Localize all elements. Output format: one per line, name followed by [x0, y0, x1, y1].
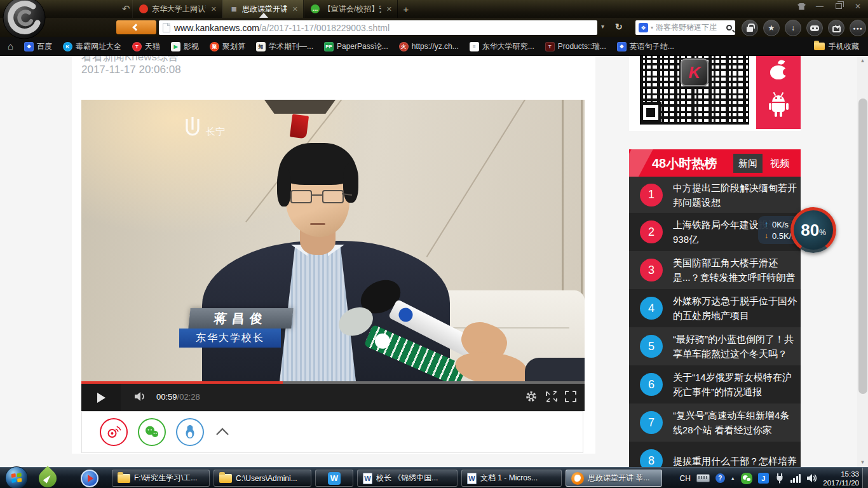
browser-logo-icon[interactable] [1, 0, 47, 39]
bookmark-item[interactable]: 知 学术期刊—... [256, 41, 313, 52]
bookmark-item[interactable]: T Products::瑞... [545, 41, 606, 52]
url-path[interactable]: /a/2017-11-17/0018229003.shtml [259, 23, 390, 33]
search-engine-dropdown-icon[interactable]: ▾ [651, 25, 653, 30]
bookmark-item[interactable]: PP PaperPass论... [324, 41, 388, 52]
hotlist-item[interactable]: 4 外媒称万达急于脱手位于国外的五处房地产项目 [629, 289, 801, 327]
help-icon[interactable]: ? [715, 473, 725, 483]
network-signal-icon[interactable] [790, 474, 801, 483]
taskbar-window-button[interactable]: W 校长 《锦绣中国... [357, 470, 458, 487]
new-tab-button[interactable]: + [398, 0, 414, 18]
home-icon[interactable]: ⌂ [8, 41, 13, 51]
play-button[interactable] [81, 384, 121, 411]
bookmark-item[interactable]: ❖ 百度 [24, 41, 52, 52]
tab-close-icon[interactable]: ✕ [211, 5, 217, 13]
games-button[interactable] [806, 20, 823, 36]
browser-skin-icon[interactable] [797, 3, 806, 10]
more-tools-button[interactable]: ●●● [850, 20, 866, 36]
hotlist-item-text[interactable]: 提拔重用什么干部？怎样培养 [673, 454, 797, 468]
taskbar-window-button[interactable]: W [315, 470, 353, 487]
hotlist-title: 48小时热榜 [652, 155, 717, 172]
download-progress-ball[interactable]: 80 % [790, 207, 836, 253]
hotlist-item-text[interactable]: 关于“14岁俄罗斯女模特在沪死亡事件”的情况通报 [673, 370, 797, 399]
video-tv-button[interactable] [828, 20, 844, 36]
search-icon[interactable] [726, 25, 732, 30]
tab-close-icon[interactable]: ✕ [292, 5, 298, 13]
hotlist-item[interactable]: 8 提拔重用什么干部？怎样培养 [629, 442, 801, 467]
bookmark-item[interactable]: ≡ 东华大学研究... [470, 41, 534, 52]
page-scrollbar[interactable]: ▲ ▼ [857, 56, 868, 467]
settings-gear-icon[interactable] [525, 390, 538, 403]
bookmark-item[interactable]: T 天猫 [132, 41, 160, 52]
hotlist-item-text[interactable]: “复兴号”高速动车组新增4条线28个站 看看经过你家 [673, 408, 797, 437]
power-plug-icon[interactable] [775, 473, 785, 484]
hidden-icons-arrow[interactable]: ▲ [731, 476, 735, 480]
hotlist-tab-video[interactable]: 视频 [765, 154, 794, 173]
bookmark-item[interactable]: 聚 聚划算 [210, 41, 245, 52]
bookmark-item[interactable]: 火 https://yz.ch... [399, 42, 459, 51]
hotlist-item[interactable]: 6 关于“14岁俄罗斯女模特在沪死亡事件”的情况通报 [629, 365, 801, 403]
download-button[interactable]: ↓ [785, 20, 801, 36]
scroll-down-arrow[interactable]: ▼ [857, 458, 868, 467]
hotlist-item-text[interactable]: “最好骑”的小蓝也倒闭了！共享单车能熬过这个冬天吗？ [673, 332, 797, 361]
bookmark-dropdown-icon[interactable]: ▾ [601, 23, 604, 30]
back-button[interactable] [116, 20, 156, 34]
share-weibo-button[interactable] [100, 418, 128, 446]
start-button[interactable] [5, 466, 28, 488]
scroll-up-arrow[interactable]: ▲ [857, 56, 868, 65]
tray-app-icon[interactable]: J [758, 473, 769, 484]
security-lock-button[interactable] [742, 20, 758, 36]
browser-tab[interactable]: 东华大学上网认证 ✕ [132, 0, 222, 18]
hotlist-item[interactable]: 1 中方提出三阶段解决缅甸若开邦问题设想 [629, 177, 801, 213]
hotlist-item-text[interactable]: 外媒称万达急于脱手位于国外的五处房地产项目 [673, 294, 797, 323]
red-flag [290, 114, 309, 139]
bookmark-item[interactable]: ▶ 影视 [171, 41, 199, 52]
video-player[interactable]: 蒋昌俊 东华大学校长 长宁 [81, 100, 585, 411]
language-indicator[interactable]: CH [680, 474, 691, 483]
search-box[interactable]: ❖ ▾ 游客将野猪逼下崖 [635, 20, 735, 35]
volume-icon[interactable] [133, 391, 149, 402]
pinned-draw-app-icon[interactable] [38, 469, 57, 488]
bookmark-item[interactable]: K 毒霸网址大全 [63, 41, 121, 52]
browser-tab[interactable]: … 【宣讲会/校招】安踏... ✕ [304, 0, 398, 18]
close-window-button[interactable]: ✕ [853, 2, 863, 11]
wechat-tray-icon[interactable] [741, 473, 752, 484]
url-field[interactable]: www.kankanews.com/a/2017-11-17/001822900… [159, 20, 597, 35]
taskbar-window-label: 思政课堂开讲 莘... [588, 473, 649, 484]
taskbar-window-button[interactable]: W 文档 1 - Micros... [461, 470, 562, 487]
url-domain[interactable]: www.kankanews.com [174, 23, 259, 33]
pinned-media-app-icon[interactable] [80, 469, 99, 488]
hotlist-item[interactable]: 7 “复兴号”高速动车组新增4条线28个站 看看经过你家 [629, 403, 801, 442]
hotlist-tab-news[interactable]: 新闻 [733, 154, 763, 173]
hotlist-item[interactable]: 3 美国防部五角大楼手滑还是...？竟转发推文呼吁特朗普 [629, 251, 801, 289]
theater-mode-icon[interactable] [545, 390, 558, 403]
app-download-panel: K [629, 56, 801, 131]
tab-close-icon[interactable]: ✕ [386, 5, 392, 13]
show-desktop-button[interactable] [862, 468, 868, 488]
share-wechat-button[interactable] [138, 418, 166, 446]
restore-window-button[interactable] [834, 2, 844, 11]
android-icon[interactable] [771, 93, 786, 122]
share-qq-button[interactable] [176, 418, 204, 446]
bookmark-item[interactable]: ❖ 英语句子结... [617, 41, 674, 52]
favorites-button[interactable]: ★ [763, 20, 780, 36]
undo-closed-tab-icon[interactable]: ↶ [122, 3, 130, 15]
taskbar-window-button[interactable]: C:\Users\Admini... [214, 470, 311, 487]
hotlist-item-text[interactable]: 美国防部五角大楼手滑还是...？竟转发推文呼吁特朗普 [673, 255, 797, 285]
taskbar-window-button[interactable]: F:\研究生学习\工... [112, 470, 210, 487]
taskbar-window-button[interactable]: 思政课堂开讲 莘... [566, 470, 662, 487]
scrollbar-thumb[interactable] [858, 98, 867, 394]
bookmark-mobile-favorites[interactable]: 手机收藏 [814, 37, 859, 56]
hotlist-item[interactable]: 5 “最好骑”的小蓝也倒闭了！共享单车能熬过这个冬天吗？ [629, 327, 801, 365]
keyboard-icon[interactable] [696, 474, 710, 482]
apple-icon[interactable] [769, 59, 788, 81]
speaker-icon[interactable] [806, 473, 817, 483]
collapse-chevron-icon[interactable] [213, 426, 232, 437]
hotlist-item-text[interactable]: 中方提出三阶段解决缅甸若开邦问题设想 [673, 180, 797, 210]
fullscreen-icon[interactable] [564, 390, 577, 403]
clock[interactable]: 15:33 2017/11/20 [823, 470, 859, 487]
minimize-button[interactable]: — [815, 2, 825, 11]
refresh-icon[interactable]: ↻ [615, 22, 623, 32]
speaker-title-caption: 东华大学校长 [179, 329, 281, 348]
search-input[interactable]: 游客将野猪逼下崖 [656, 22, 724, 33]
video-progress-track[interactable] [81, 381, 585, 384]
